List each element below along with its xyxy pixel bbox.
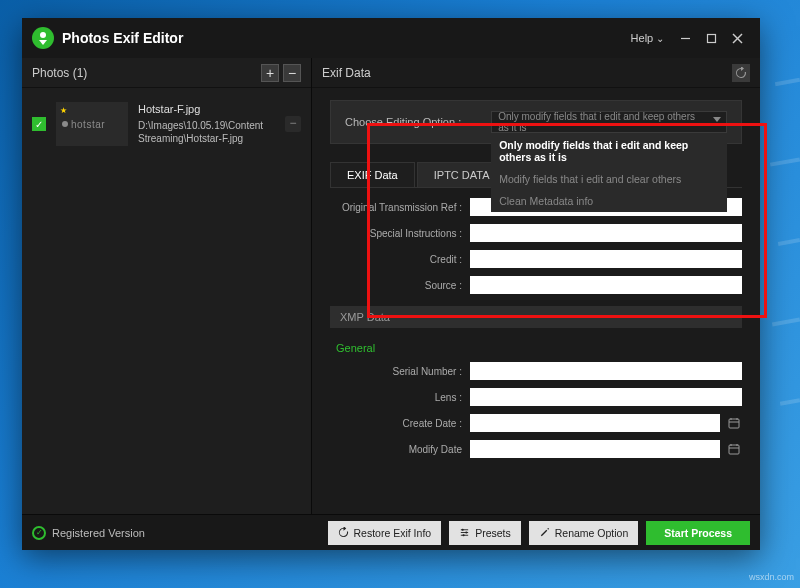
editing-option-row: Choose Editing Option : Only modify fiel… xyxy=(330,100,742,144)
file-meta: Hotstar-F.jpg D:\Images\10.05.19\Content… xyxy=(138,102,275,146)
app-title: Photos Exif Editor xyxy=(62,30,631,46)
photos-count-label: Photos (1) xyxy=(32,66,87,80)
editing-option-dropdown: Only modify fields that i edit and keep … xyxy=(491,134,727,212)
presets-label: Presets xyxy=(475,527,511,539)
watermark: wsxdn.com xyxy=(749,572,794,582)
calendar-icon[interactable] xyxy=(726,441,742,457)
check-circle-icon: ✓ xyxy=(32,526,46,540)
rename-option-button[interactable]: Rename Option xyxy=(529,521,639,545)
exif-panel-header: Exif Data xyxy=(312,58,760,88)
restore-exif-button[interactable]: Restore Exif Info xyxy=(328,521,442,545)
input-lens[interactable] xyxy=(470,388,742,406)
field-label-source: Source : xyxy=(330,280,470,291)
presets-button[interactable]: Presets xyxy=(449,521,521,545)
photo-thumbnail: ★ hotstar xyxy=(56,102,128,146)
maximize-button[interactable] xyxy=(698,25,724,51)
close-button[interactable] xyxy=(724,25,750,51)
registered-label: Registered Version xyxy=(52,527,145,539)
choose-option-label: Choose Editing Option : xyxy=(345,116,461,128)
file-path: D:\Images\10.05.19\Content Streaming\Hot… xyxy=(138,119,275,146)
list-item[interactable]: ✓ ★ hotstar Hotstar-F.jpg D:\Images\10.0… xyxy=(32,102,301,146)
field-label-serial: Serial Number : xyxy=(330,366,470,377)
dropdown-option-keep[interactable]: Only modify fields that i edit and keep … xyxy=(491,134,727,168)
subsection-photoshop: PHOTOSHOP xyxy=(330,462,742,468)
svg-point-16 xyxy=(465,531,467,533)
input-modify-date[interactable] xyxy=(470,440,720,458)
field-label-orig-trans: Original Transmission Ref : xyxy=(330,202,470,213)
photos-panel: Photos (1) + − ✓ ★ hotstar Hotstar-F.jpg… xyxy=(22,58,312,514)
exif-panel: Exif Data Choose Editing Option : Only m… xyxy=(312,58,760,514)
file-name: Hotstar-F.jpg xyxy=(138,102,275,117)
exif-header-label: Exif Data xyxy=(322,66,371,80)
svg-point-15 xyxy=(462,529,464,531)
refresh-button[interactable] xyxy=(732,64,750,82)
chevron-down-icon xyxy=(713,117,721,122)
thumbnail-brand: hotstar xyxy=(71,119,105,130)
svg-point-17 xyxy=(463,534,465,536)
svg-rect-4 xyxy=(729,419,739,428)
help-menu[interactable]: Help xyxy=(631,32,664,44)
remove-photo-button[interactable]: − xyxy=(283,64,301,82)
tab-exif[interactable]: EXIF Data xyxy=(330,162,415,187)
app-logo-icon xyxy=(32,27,54,49)
dropdown-option-clean[interactable]: Clean Metadata info xyxy=(491,190,727,212)
registered-badge: ✓ Registered Version xyxy=(32,526,320,540)
input-special[interactable] xyxy=(470,224,742,242)
calendar-icon[interactable] xyxy=(726,415,742,431)
photo-list: ✓ ★ hotstar Hotstar-F.jpg D:\Images\10.0… xyxy=(22,88,311,514)
restore-label: Restore Exif Info xyxy=(354,527,432,539)
add-photo-button[interactable]: + xyxy=(261,64,279,82)
input-source[interactable] xyxy=(470,276,742,294)
input-serial[interactable] xyxy=(470,362,742,380)
subsection-general: General xyxy=(330,334,742,358)
remove-item-button[interactable]: − xyxy=(285,116,301,132)
minimize-button[interactable] xyxy=(672,25,698,51)
field-label-lens: Lens : xyxy=(330,392,470,403)
app-window: Photos Exif Editor Help Photos (1) + − ✓ xyxy=(22,18,760,550)
svg-rect-1 xyxy=(707,34,715,42)
field-label-credit: Credit : xyxy=(330,254,470,265)
start-label: Start Process xyxy=(664,527,732,539)
input-create-date[interactable] xyxy=(470,414,720,432)
titlebar: Photos Exif Editor Help xyxy=(22,18,760,58)
field-label-special: Special Instructions : xyxy=(330,228,470,239)
select-value: Only modify fields that i edit and keep … xyxy=(498,111,708,133)
editing-option-select[interactable]: Only modify fields that i edit and keep … xyxy=(491,111,727,133)
dropdown-option-clear[interactable]: Modify fields that i edit and clear othe… xyxy=(491,168,727,190)
rename-label: Rename Option xyxy=(555,527,629,539)
start-process-button[interactable]: Start Process xyxy=(646,521,750,545)
footer: ✓ Registered Version Restore Exif Info P… xyxy=(22,514,760,550)
check-icon[interactable]: ✓ xyxy=(32,117,46,131)
section-xmp: XMP Data xyxy=(330,306,742,328)
field-label-create: Create Date : xyxy=(330,418,470,429)
input-credit[interactable] xyxy=(470,250,742,268)
photos-panel-header: Photos (1) + − xyxy=(22,58,311,88)
field-label-modify: Modify Date xyxy=(330,444,470,455)
svg-rect-8 xyxy=(729,445,739,454)
star-icon: ★ xyxy=(60,106,67,115)
